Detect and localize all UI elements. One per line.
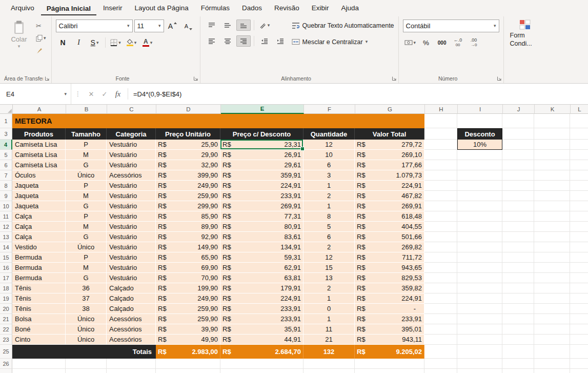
empty-cell[interactable]	[570, 128, 588, 140]
accounting-format-button[interactable]: ▾	[403, 37, 418, 48]
category-cell[interactable]: Vestuário	[107, 242, 156, 252]
unit-price-cell[interactable]: R$29,90	[156, 150, 220, 160]
more-options-icon[interactable]: ⋮	[71, 90, 85, 97]
size-cell[interactable]: Único	[66, 335, 107, 345]
discount-price-cell[interactable]: R$83,61	[220, 232, 303, 242]
empty-cell[interactable]	[303, 359, 355, 369]
empty-cell[interactable]	[570, 324, 588, 335]
formula-input[interactable]: =D4*(0,9-$EI$4)	[131, 90, 181, 98]
empty-cell[interactable]	[534, 304, 570, 314]
unit-price-cell[interactable]: R$259,90	[156, 304, 220, 314]
unit-price-cell[interactable]: R$25,90	[156, 140, 220, 150]
empty-cell[interactable]	[534, 335, 570, 345]
size-cell[interactable]: M	[66, 191, 107, 201]
unit-price-cell[interactable]: R$299,90	[156, 201, 220, 211]
empty-cell[interactable]	[457, 314, 502, 324]
category-cell[interactable]: Vestuário	[107, 160, 156, 170]
totals-total-cell[interactable]: R$9.205,02	[355, 345, 424, 359]
row-header-20[interactable]: 20	[0, 304, 12, 314]
empty-cell[interactable]	[570, 293, 588, 304]
category-cell[interactable]: Calçado	[107, 304, 156, 314]
empty-cell[interactable]	[502, 232, 534, 242]
empty-cell[interactable]	[570, 181, 588, 191]
empty-cell[interactable]	[424, 181, 457, 191]
empty-cell[interactable]	[534, 222, 570, 232]
empty-cell[interactable]	[66, 369, 107, 373]
total-cell[interactable]: R$404,55	[355, 222, 424, 232]
product-cell[interactable]: Vestido	[12, 242, 66, 252]
size-cell[interactable]: G	[66, 232, 107, 242]
number-format-select[interactable]: Contábil ▾	[403, 19, 499, 32]
quantity-cell[interactable]: 8	[303, 211, 355, 222]
empty-cell[interactable]	[424, 128, 457, 140]
empty-cell[interactable]	[570, 335, 588, 345]
empty-cell[interactable]	[424, 369, 457, 373]
empty-cell[interactable]	[502, 335, 534, 345]
size-cell[interactable]: G	[66, 201, 107, 211]
size-cell[interactable]: 38	[66, 304, 107, 314]
empty-cell[interactable]	[457, 252, 502, 263]
discount-price-cell[interactable]: R$77,31	[220, 211, 303, 222]
ribbon-tab-3[interactable]: Inserir	[97, 1, 128, 15]
row-header-4[interactable]: 4	[0, 140, 12, 150]
row-header-23[interactable]: 23	[0, 335, 12, 345]
quantity-cell[interactable]: 12	[303, 252, 355, 263]
product-cell[interactable]: Calça	[12, 232, 66, 242]
total-cell[interactable]: R$269,82	[355, 242, 424, 252]
table-header-5[interactable]: Preço c/ Desconto	[220, 128, 303, 140]
unit-price-cell[interactable]: R$49,90	[156, 335, 220, 345]
unit-price-cell[interactable]: R$85,90	[156, 211, 220, 222]
empty-cell[interactable]	[156, 359, 220, 369]
empty-cell[interactable]	[534, 201, 570, 211]
size-cell[interactable]: P	[66, 211, 107, 222]
discount-price-cell[interactable]: R$269,91	[220, 201, 303, 211]
empty-cell[interactable]	[570, 359, 588, 369]
dialog-launcher-icon[interactable]	[193, 76, 198, 81]
column-header-A[interactable]: A	[13, 105, 66, 114]
unit-price-cell[interactable]: R$32,90	[156, 160, 220, 170]
empty-cell[interactable]	[502, 128, 534, 140]
product-cell[interactable]: Cinto	[12, 335, 66, 345]
italic-button[interactable]: I	[72, 37, 86, 48]
quantity-cell[interactable]: 1	[303, 201, 355, 211]
total-cell[interactable]: R$1.079,73	[355, 170, 424, 181]
product-cell[interactable]: Calça	[12, 211, 66, 222]
align-left-button[interactable]	[205, 35, 219, 47]
empty-cell[interactable]	[570, 114, 588, 128]
row-header-19[interactable]: 19	[0, 293, 12, 304]
ribbon-tab-5[interactable]: Fórmulas	[195, 1, 235, 15]
ribbon-tab-7[interactable]: Revisão	[269, 1, 305, 15]
category-cell[interactable]: Vestuário	[107, 252, 156, 263]
category-cell[interactable]: Vestuário	[107, 222, 156, 232]
table-header-6[interactable]: Quantidade	[303, 128, 355, 140]
empty-cell[interactable]	[457, 201, 502, 211]
format-painter-button[interactable]	[35, 46, 47, 55]
empty-cell[interactable]	[457, 345, 502, 359]
empty-cell[interactable]	[12, 369, 66, 373]
dialog-launcher-icon[interactable]	[497, 76, 502, 81]
empty-cell[interactable]	[570, 283, 588, 293]
unit-price-cell[interactable]: R$249,90	[156, 181, 220, 191]
unit-price-cell[interactable]: R$65,90	[156, 252, 220, 263]
total-cell[interactable]: R$829,53	[355, 273, 424, 283]
unit-price-cell[interactable]: R$259,90	[156, 191, 220, 201]
empty-cell[interactable]	[570, 150, 588, 160]
increase-decimal-button[interactable]: ←.0 00	[451, 37, 465, 48]
empty-cell[interactable]	[534, 359, 570, 369]
empty-cell[interactable]	[534, 324, 570, 335]
product-cell[interactable]: Bolsa	[12, 314, 66, 324]
empty-cell[interactable]	[66, 359, 107, 369]
unit-price-cell[interactable]: R$89,90	[156, 222, 220, 232]
category-cell[interactable]: Vestuário	[107, 232, 156, 242]
empty-cell[interactable]	[107, 369, 156, 373]
empty-cell[interactable]	[534, 114, 570, 128]
empty-cell[interactable]	[502, 345, 534, 359]
enter-button[interactable]: ✓	[98, 90, 111, 98]
empty-cell[interactable]	[502, 314, 534, 324]
empty-cell[interactable]	[502, 304, 534, 314]
discount-price-cell[interactable]: R$80,91	[220, 222, 303, 232]
discount-price-cell[interactable]: R$29,61	[220, 160, 303, 170]
discount-price-cell[interactable]: R$233,91	[220, 191, 303, 201]
unit-price-cell[interactable]: R$92,90	[156, 232, 220, 242]
copy-button[interactable]: ▾	[35, 33, 47, 43]
